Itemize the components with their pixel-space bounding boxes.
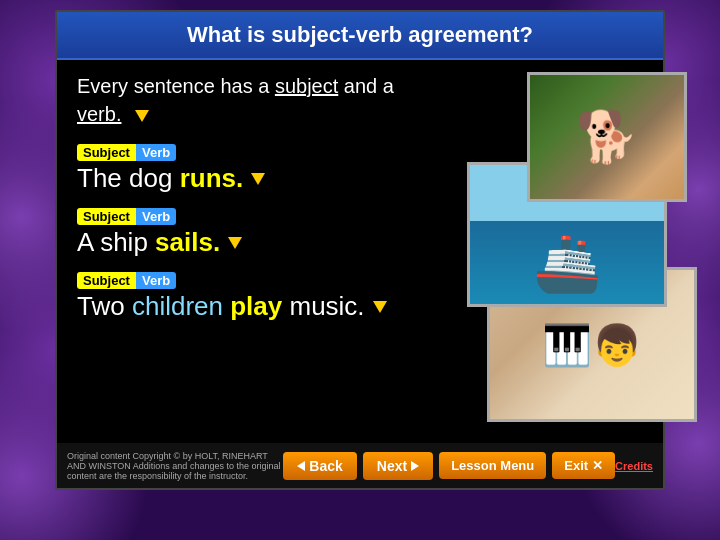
example-block-3: Subject Verb Two children play music. [77,272,397,322]
photo-dog [527,72,687,202]
exit-x-icon: ✕ [592,458,603,473]
back-label: Back [309,458,342,474]
lesson-menu-button[interactable]: Lesson Menu [439,452,546,479]
credits-link[interactable]: Credits [615,460,653,472]
sentence-word-runs: runs. [180,163,244,193]
sentence-text-1: The dog runs. [77,163,243,194]
sentence-word-ship: ship [100,227,148,257]
intro-text-before: Every sentence has a [77,75,275,97]
sentence-row-1: The dog runs. [77,163,397,194]
intro-text-middle: and a [338,75,394,97]
back-arrow-icon [297,461,305,471]
subject-label-1: Subject [77,144,136,161]
lesson-menu-label: Lesson Menu [451,458,534,473]
verb-label-1: Verb [136,144,176,161]
sentence-row-3: Two children play music. [77,291,397,322]
content-area: Every sentence has a subject and a verb.… [57,60,663,450]
intro-subject-word: subject [275,75,338,97]
sentence-text-3: Two children play music. [77,291,365,322]
next-label: Next [377,458,407,474]
verb-label-3: Verb [136,272,176,289]
intro-arrow-icon [135,110,149,122]
sentence-word-children: children [132,291,223,321]
bottom-bar: Original content Copyright © by HOLT, RI… [57,443,663,488]
main-container: What is subject-verb agreement? Every se… [55,10,665,490]
sentence-word-the: The [77,163,129,193]
sentence-word-sails: sails. [155,227,220,257]
sentence-word-two: Two [77,291,132,321]
next-arrow-icon [411,461,419,471]
label-row-1: Subject Verb [77,144,397,161]
exit-label: Exit [564,458,588,473]
right-panel [397,72,687,438]
sentence-text-2: A ship sails. [77,227,220,258]
label-row-3: Subject Verb [77,272,397,289]
left-panel: Every sentence has a subject and a verb.… [77,72,397,438]
sentence-word-dog: dog [129,163,172,193]
sentence-word-a: A [77,227,100,257]
verb-label-2: Verb [136,208,176,225]
page-title: What is subject-verb agreement? [187,22,533,47]
sentence-row-2: A ship sails. [77,227,397,258]
sentence-word-play: play [230,291,282,321]
title-bar: What is subject-verb agreement? [57,12,663,60]
intro-sentence: Every sentence has a subject and a verb. [77,72,397,128]
example2-arrow-icon [228,237,242,249]
example3-arrow-icon [373,301,387,313]
photo-stack [407,72,687,432]
sentence-word-music: music. [282,291,364,321]
nav-buttons: Back Next Lesson Menu Exit ✕ [283,452,615,480]
subject-label-3: Subject [77,272,136,289]
copyright-text: Original content Copyright © by HOLT, RI… [67,451,283,481]
next-button[interactable]: Next [363,452,433,480]
sentence-word-space1 [172,163,179,193]
back-button[interactable]: Back [283,452,356,480]
sentence-word-space2 [148,227,155,257]
label-row-2: Subject Verb [77,208,397,225]
intro-verb-word: verb. [77,103,121,125]
subject-label-2: Subject [77,208,136,225]
example-block-2: Subject Verb A ship sails. [77,208,397,258]
exit-button[interactable]: Exit ✕ [552,452,615,479]
example-block-1: Subject Verb The dog runs. [77,144,397,194]
example1-arrow-icon [251,173,265,185]
